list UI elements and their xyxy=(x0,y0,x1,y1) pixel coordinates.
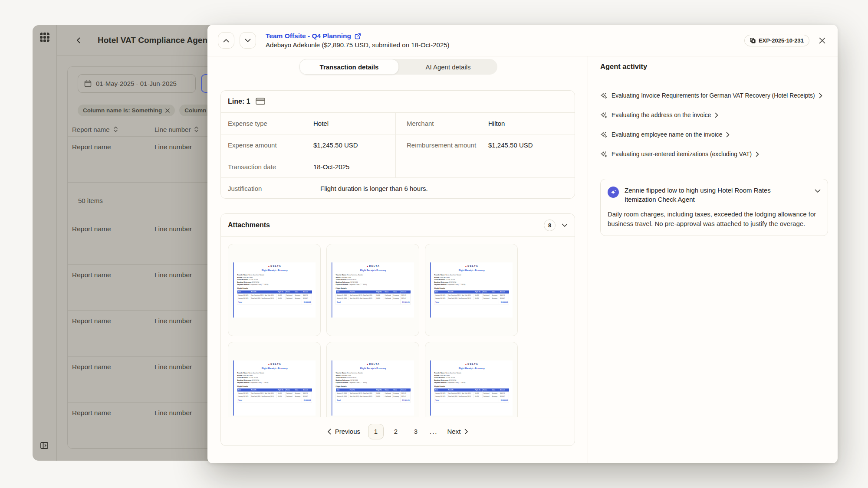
agent-activity-title: Agent activity xyxy=(588,56,838,77)
attachment-thumbnail[interactable]: ▲DELTA Flight Receipt - Economy Traveler… xyxy=(228,244,321,336)
sort-icon[interactable] xyxy=(194,126,199,132)
receipt-field: Payment Method: Corporate Card (**** 987… xyxy=(336,283,411,286)
modal-titles: Team Offsite - Q4 Planning Adebayo Adeku… xyxy=(266,32,450,49)
justification-row: Justification Flight duration is longer … xyxy=(221,177,575,199)
page: Hotel VAT Compliance Agent - A 01-May-20… xyxy=(0,0,868,488)
pagination-ellipsis[interactable]: ... xyxy=(428,428,440,435)
sort-icon[interactable] xyxy=(113,126,118,132)
page-button-2[interactable]: 2 xyxy=(388,424,404,439)
modal-header-right: EXP-2025-10-231 xyxy=(744,35,826,46)
receipt-flight-table: DateFrom/To Flight No.Status ClassAmount… xyxy=(336,291,411,305)
attachments-grid: ▲DELTA Flight Receipt - Economy Traveler… xyxy=(221,237,575,417)
receipt-section-title: Flight Details xyxy=(434,288,510,290)
chevron-down-icon[interactable] xyxy=(815,189,821,193)
modal-body: Transaction details AI Agent details Lin… xyxy=(207,56,838,463)
expense-modal: Team Offsite - Q4 Planning Adebayo Adeku… xyxy=(207,25,838,463)
agent-activity-item[interactable]: Evaluating the address on the invoice xyxy=(600,111,829,119)
cell-report-name: Report name xyxy=(68,137,155,182)
receipt-section-title: Flight Details xyxy=(434,386,510,388)
previous-expense-button[interactable] xyxy=(218,32,234,49)
submitter-summary: Adebayo Adekunle ($2,890.75 USD, submitt… xyxy=(266,41,450,49)
attachment-thumbnail[interactable]: ▲DELTA Flight Receipt - Economy Traveler… xyxy=(425,244,518,336)
filter-chip[interactable]: Column xyxy=(179,105,211,116)
attachment-thumbnail[interactable]: ▲DELTA Flight Receipt - Economy Traveler… xyxy=(425,342,518,417)
items-count: 50 items xyxy=(78,197,103,204)
receipt-title: Flight Receipt - Economy xyxy=(336,269,411,272)
airline-logo-text: DELTA xyxy=(467,265,478,267)
page-button-1[interactable]: 1 xyxy=(368,424,384,439)
agent-activity-label: Evaluating Invoice Requirements for Germ… xyxy=(612,92,815,99)
delta-logo-icon: ▲ xyxy=(366,363,368,365)
tab-ai-agent-details[interactable]: AI Agent details xyxy=(399,59,497,75)
page-button-3[interactable]: 3 xyxy=(408,424,424,439)
receipt-field: Payment Method: Corporate Card (**** 987… xyxy=(336,381,411,384)
field-label: Reimbursement amount xyxy=(396,141,488,149)
chip-remove-icon[interactable] xyxy=(165,108,170,113)
sidebar-expand-icon[interactable] xyxy=(40,441,49,450)
column-header-report-name[interactable]: Report name xyxy=(72,126,110,133)
expense-id-badge[interactable]: EXP-2025-10-231 xyxy=(744,35,809,46)
field-value: 18-Oct-2025 xyxy=(313,163,349,170)
delta-logo-icon: ▲ xyxy=(366,265,368,267)
agent-activity-item[interactable]: Evaluating user-entered itemizations (ex… xyxy=(600,150,829,158)
receipt-section-title: Flight Details xyxy=(336,288,411,290)
field-label: Expense type xyxy=(221,120,313,127)
filter-chips: Column name is: Something Column xyxy=(78,105,212,116)
agent-activity-label: Evaluating the address on the invoice xyxy=(612,112,711,118)
close-icon xyxy=(819,37,825,44)
receipt-preview: ▲DELTA Flight Receipt - Economy Traveler… xyxy=(332,262,414,318)
receipt-title: Flight Receipt - Economy xyxy=(237,269,312,272)
back-chevron-icon[interactable] xyxy=(75,37,82,44)
field-label: Justification xyxy=(221,185,320,192)
calendar-icon xyxy=(84,80,92,87)
tab-switcher: Transaction details AI Agent details xyxy=(299,59,497,75)
background-sidebar xyxy=(33,25,57,461)
receipt-field: Payment Method: Corporate Card (**** 987… xyxy=(434,283,510,286)
chevron-right-icon xyxy=(726,132,730,138)
receipt-preview: ▲DELTA Flight Receipt - Economy Traveler… xyxy=(430,262,513,318)
agent-activity-label: Evaluating user-entered itemizations (ex… xyxy=(612,151,752,157)
filter-chip-label: Column xyxy=(184,107,206,114)
attachment-thumbnail[interactable]: ▲DELTA Flight Receipt - Economy Traveler… xyxy=(326,342,419,417)
next-page-button[interactable]: Next xyxy=(444,428,472,435)
line-title: Line: 1 xyxy=(228,98,250,105)
receipt-section-title: Flight Details xyxy=(336,386,411,388)
app-grid-icon[interactable] xyxy=(40,33,49,42)
receipt-title: Flight Receipt - Economy xyxy=(237,367,312,370)
line-field-row: Transaction date 18-Oct-2025 xyxy=(221,156,575,177)
receipt-section-title: Flight Details xyxy=(237,386,312,388)
delta-logo-icon: ▲ xyxy=(465,265,467,267)
date-range-input[interactable]: 01-May-2025 - 01-Jun-2025 xyxy=(78,74,196,93)
chevron-down-icon[interactable] xyxy=(562,223,568,227)
agent-activity-item[interactable]: Evaluating employee name on the invoice xyxy=(600,130,829,139)
receipt-flight-table: DateFrom/To Flight No.Status ClassAmount… xyxy=(434,291,510,305)
external-link-icon[interactable] xyxy=(355,33,361,39)
date-range-value: 01-May-2025 - 01-Jun-2025 xyxy=(96,80,177,87)
tab-transaction-details[interactable]: Transaction details xyxy=(299,59,399,75)
column-header-line-number[interactable]: Line number xyxy=(155,126,191,133)
attachment-thumbnail[interactable]: ▲DELTA Flight Receipt - Economy Traveler… xyxy=(228,342,321,417)
field-value: Flight duration is longer than 6 hours. xyxy=(320,185,428,192)
sparkle-icon xyxy=(600,151,608,158)
sparkle-icon xyxy=(600,92,608,99)
field-label: Expense amount xyxy=(221,141,313,149)
attachments-header: Attachments 8 xyxy=(221,214,575,237)
filter-chip-label: Column name is: Something xyxy=(83,107,162,114)
cell-report-name: Report name xyxy=(68,311,155,356)
report-link[interactable]: Team Offsite - Q4 Planning xyxy=(266,32,351,40)
receipt-flight-table: DateFrom/To Flight No.Status ClassAmount… xyxy=(434,389,510,403)
previous-page-button[interactable]: Previous xyxy=(324,428,364,435)
tabs-row: Transaction details AI Agent details xyxy=(207,56,588,77)
receipt-title: Flight Receipt - Economy xyxy=(336,367,411,370)
receipt-field: Payment Method: Corporate Card (**** 987… xyxy=(434,381,510,384)
attachment-thumbnail[interactable]: ▲DELTA Flight Receipt - Economy Traveler… xyxy=(326,244,419,336)
close-button[interactable] xyxy=(818,36,826,45)
filter-chip[interactable]: Column name is: Something xyxy=(78,105,175,116)
chevron-right-icon xyxy=(819,93,822,98)
delta-logo-icon: ▲ xyxy=(268,363,270,365)
zennie-finding-body: Daily room charges, including taxes, exc… xyxy=(608,210,821,228)
cell-report-name: Report name xyxy=(68,357,155,402)
agent-activity-item[interactable]: Evaluating Invoice Requirements for Germ… xyxy=(600,91,829,100)
next-expense-button[interactable] xyxy=(240,32,256,49)
agent-activity-label: Evaluating employee name on the invoice xyxy=(612,131,722,138)
